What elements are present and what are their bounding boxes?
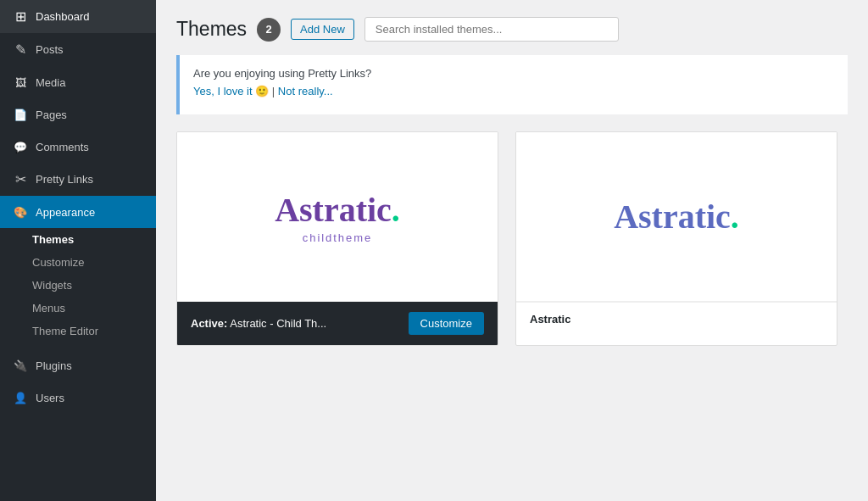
themes-grid: Astratic. childtheme Active: Astratic - … <box>176 131 848 346</box>
sidebar-item-pages[interactable]: Pages <box>0 98 156 131</box>
sidebar-item-appearance[interactable]: Appearance <box>0 196 156 228</box>
notice-banner: Are you enjoying using Pretty Links? Yes… <box>176 55 848 114</box>
prettylinks-icon <box>12 171 29 187</box>
astratic-child-dot: . <box>392 191 400 229</box>
comments-icon <box>12 139 29 154</box>
sidebar-sub-customize[interactable]: Customize <box>0 251 156 274</box>
sidebar-item-label: Users <box>36 392 64 404</box>
theme-preview-active: Astratic. childtheme <box>177 132 498 302</box>
search-themes-input[interactable] <box>364 17 619 42</box>
sidebar-item-label: Comments <box>36 141 89 153</box>
active-prefix: Active: <box>191 317 227 330</box>
sidebar: Dashboard Posts Media Pages Comments Pre… <box>0 0 156 501</box>
sidebar-sub-widgets[interactable]: Widgets <box>0 274 156 297</box>
astratic-child-logo: Astratic. childtheme <box>275 190 400 244</box>
sidebar-sub-theme-editor[interactable]: Theme Editor <box>0 320 156 342</box>
main-content: Themes 2 Add New Are you enjoying using … <box>156 0 868 501</box>
sidebar-item-label: Dashboard <box>36 10 90 23</box>
themes-header: Themes 2 Add New <box>176 17 848 42</box>
astratic-logo: Astratic. <box>614 197 739 237</box>
theme-card-inactive-footer: Astratic <box>516 302 837 336</box>
sidebar-item-label: Pages <box>36 109 67 121</box>
dashboard-icon <box>12 8 29 25</box>
theme-preview-astratic: Astratic. <box>516 132 837 302</box>
sidebar-item-comments[interactable]: Comments <box>0 131 156 163</box>
active-theme-name: Astratic - Child Th... <box>230 317 326 330</box>
media-icon <box>12 75 29 90</box>
plugins-icon <box>12 358 29 373</box>
page-title: Themes <box>176 18 247 41</box>
sidebar-item-users[interactable]: Users <box>0 381 156 414</box>
sidebar-item-dashboard[interactable]: Dashboard <box>0 0 156 33</box>
astratic-logo-text: Astratic. <box>614 197 739 237</box>
astratic-child-logo-text: Astratic. <box>275 190 400 230</box>
astratic-child-subtext: childtheme <box>275 231 400 244</box>
sidebar-item-label: Pretty Links <box>36 173 93 186</box>
notice-question: Are you enjoying using Pretty Links? <box>193 67 834 80</box>
add-new-button[interactable]: Add New <box>291 19 354 40</box>
theme-card-astratic: Astratic. Astratic <box>515 131 837 346</box>
notice-yes-link[interactable]: Yes, I love it 🙂 <box>193 85 269 97</box>
theme-card-active: Astratic. childtheme Active: Astratic - … <box>176 131 498 346</box>
active-theme-label: Active: Astratic - Child Th... <box>191 317 326 330</box>
astratic-dot: . <box>731 198 739 236</box>
inactive-theme-name: Astratic <box>530 313 570 326</box>
pages-icon <box>12 107 29 122</box>
sidebar-item-posts[interactable]: Posts <box>0 33 156 66</box>
theme-card-active-footer: Active: Astratic - Child Th... Customize <box>177 302 498 345</box>
customize-active-button[interactable]: Customize <box>409 312 484 335</box>
users-icon <box>12 390 29 405</box>
sidebar-item-plugins[interactable]: Plugins <box>0 349 156 381</box>
sidebar-item-prettylinks[interactable]: Pretty Links <box>0 163 156 196</box>
appearance-icon <box>12 204 29 220</box>
sidebar-item-label: Appearance <box>36 206 95 219</box>
themes-count-badge: 2 <box>257 18 281 42</box>
sidebar-item-label: Media <box>36 76 65 89</box>
sidebar-item-label: Plugins <box>36 359 72 372</box>
posts-icon <box>12 42 29 58</box>
sidebar-item-label: Posts <box>36 43 64 56</box>
sidebar-sub-menus[interactable]: Menus <box>0 297 156 320</box>
sidebar-sub-themes[interactable]: Themes <box>0 228 156 251</box>
notice-separator: | <box>272 85 278 97</box>
notice-no-link[interactable]: Not really... <box>278 85 333 97</box>
sidebar-item-media[interactable]: Media <box>0 66 156 98</box>
